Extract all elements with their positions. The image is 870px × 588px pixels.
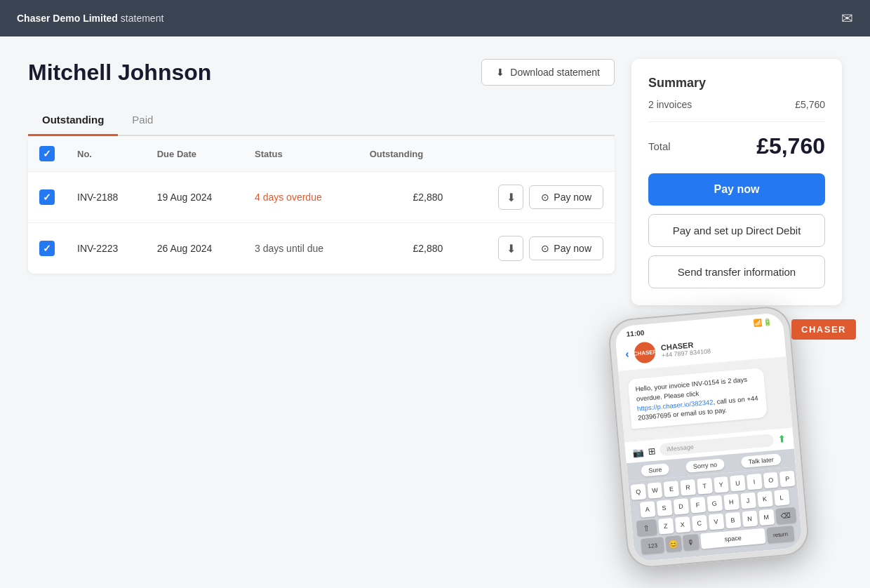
row1-pay-now-button[interactable]: ⊙ Pay now <box>529 185 603 209</box>
chaser-avatar: CHASER <box>634 341 657 364</box>
row2-actions: ⬇ ⊙ Pay now <box>454 223 615 274</box>
table-row: INV-2223 26 Aug 2024 3 days until due £2… <box>28 223 615 274</box>
message-bubble: Hello, your invoice INV-0154 is 2 days o… <box>627 368 768 429</box>
pay-now-primary-button[interactable]: Pay now <box>648 173 825 206</box>
row2-due-date: 26 Aug 2024 <box>146 223 243 274</box>
row2-pay-now-button[interactable]: ⊙ Pay now <box>529 236 603 260</box>
phone-mockup: 11:00 📶 🔋 ‹ CHASER CHASER +44 7897 83410… <box>607 305 810 569</box>
quick-reply-talk-later[interactable]: Talk later <box>741 453 781 468</box>
key-delete[interactable]: ⌫ <box>775 507 796 524</box>
row2-status: 3 days until due <box>243 223 359 274</box>
col-actions <box>454 136 615 172</box>
key-u[interactable]: U <box>730 475 746 492</box>
key-b[interactable]: B <box>725 512 741 529</box>
row1-checkbox[interactable] <box>39 189 55 205</box>
key-k[interactable]: K <box>757 490 773 507</box>
key-d[interactable]: D <box>673 498 689 515</box>
mail-icon[interactable]: ✉ <box>841 10 853 27</box>
key-emoji[interactable]: 😊 <box>665 535 682 552</box>
contact-info: CHASER +44 7897 834108 <box>660 339 711 359</box>
col-outstanding: Outstanding <box>359 136 455 172</box>
col-due-date: Due Date <box>146 136 243 172</box>
page-header: Mitchell Johnson ⬇ Download statement <box>28 59 615 86</box>
row1-download-button[interactable]: ⬇ <box>498 185 523 210</box>
chaser-logo: CHASER <box>791 319 856 340</box>
key-return[interactable]: return <box>767 526 795 543</box>
phone-time: 11:00 <box>626 328 644 338</box>
transfer-button[interactable]: Send transfer information <box>648 255 825 288</box>
table-header-row: No. Due Date Status Outstanding <box>28 136 615 172</box>
key-w[interactable]: W <box>647 482 663 499</box>
key-o[interactable]: O <box>763 472 779 489</box>
row1-pay-now-label: Pay now <box>554 192 591 203</box>
key-h[interactable]: H <box>723 494 740 511</box>
row1-status: 4 days overdue <box>243 172 359 223</box>
key-r[interactable]: R <box>680 479 696 496</box>
key-g[interactable]: G <box>707 495 723 512</box>
key-l[interactable]: L <box>773 489 789 506</box>
key-123[interactable]: 123 <box>641 537 664 554</box>
back-icon: ‹ <box>624 347 629 360</box>
key-e[interactable]: E <box>664 481 680 497</box>
pay-now-icon: ⊙ <box>541 192 549 203</box>
total-label: Total <box>648 140 671 152</box>
download-statement-button[interactable]: ⬇ Download statement <box>481 59 615 86</box>
invoices-label: 2 invoices <box>648 99 692 110</box>
main-container: Mitchell Johnson ⬇ Download statement Ou… <box>0 36 870 588</box>
topbar-suffix: statement <box>118 13 163 24</box>
key-m[interactable]: M <box>758 509 775 526</box>
col-number: No. <box>66 136 146 172</box>
key-q[interactable]: Q <box>630 483 646 500</box>
key-i[interactable]: I <box>747 474 763 490</box>
phone-status: 📶 🔋 <box>753 318 772 327</box>
summary-total-row: Total £5,760 <box>648 133 825 159</box>
key-j[interactable]: J <box>740 493 756 509</box>
left-content: Mitchell Johnson ⬇ Download statement Ou… <box>28 59 615 588</box>
row1-number: INV-2188 <box>66 172 146 223</box>
row2-download-button[interactable]: ⬇ <box>498 236 523 261</box>
select-all-checkbox[interactable] <box>39 146 55 161</box>
key-v[interactable]: V <box>708 514 724 530</box>
row2-action-btns: ⬇ ⊙ Pay now <box>465 236 603 261</box>
row2-checkbox[interactable] <box>39 241 55 256</box>
direct-debit-button[interactable]: Pay and set up Direct Debit <box>648 214 825 247</box>
key-n[interactable]: N <box>742 510 758 527</box>
download-icon: ⬇ <box>496 67 504 78</box>
table-row: INV-2188 19 Aug 2024 4 days overdue £2,8… <box>28 172 615 223</box>
key-shift[interactable]: ⇧ <box>636 519 657 536</box>
key-p[interactable]: P <box>779 471 796 488</box>
pay-now-icon2: ⊙ <box>541 243 549 254</box>
camera-icon: 📷 <box>632 446 644 457</box>
keyboard: Q W E R T Y U I O P <box>628 467 803 561</box>
summary-card: Summary 2 invoices £5,760 Total £5,760 P… <box>631 59 842 305</box>
key-y[interactable]: Y <box>714 476 730 493</box>
row2-amount: £2,880 <box>359 223 455 274</box>
header-checkbox-cell[interactable] <box>28 136 66 172</box>
tab-outstanding[interactable]: Outstanding <box>28 105 118 136</box>
send-icon[interactable]: ⬆ <box>777 433 787 445</box>
key-x[interactable]: X <box>674 516 690 533</box>
phone-area: CHASER 11:00 📶 🔋 ‹ CHASER <box>631 305 842 588</box>
invoices-total: £5,760 <box>795 99 825 110</box>
download-btn-label: Download statement <box>510 67 600 78</box>
row2-checkbox-cell[interactable] <box>28 223 66 274</box>
summary-row: 2 invoices £5,760 <box>648 99 825 122</box>
key-c[interactable]: C <box>691 515 707 532</box>
key-a[interactable]: A <box>639 501 655 518</box>
key-t[interactable]: T <box>697 478 713 495</box>
quick-reply-sure[interactable]: Sure <box>641 463 669 476</box>
key-space[interactable]: space <box>700 528 766 549</box>
tabs: Outstanding Paid <box>28 105 615 136</box>
topbar: Chaser Demo Limited statement ✉ <box>0 0 870 36</box>
key-f[interactable]: F <box>690 497 706 514</box>
row1-amount: £2,880 <box>359 172 455 223</box>
invoice-table: No. Due Date Status Outstanding INV-2188… <box>28 136 615 274</box>
row1-checkbox-cell[interactable] <box>28 172 66 223</box>
tab-paid[interactable]: Paid <box>118 105 167 136</box>
right-sidebar: Summary 2 invoices £5,760 Total £5,760 P… <box>631 59 842 588</box>
key-s[interactable]: S <box>656 500 672 516</box>
key-mic[interactable]: 🎙 <box>683 534 700 551</box>
key-z[interactable]: Z <box>657 518 674 535</box>
quick-reply-sorry[interactable]: Sorry no <box>685 458 724 473</box>
summary-title: Summary <box>648 76 825 91</box>
